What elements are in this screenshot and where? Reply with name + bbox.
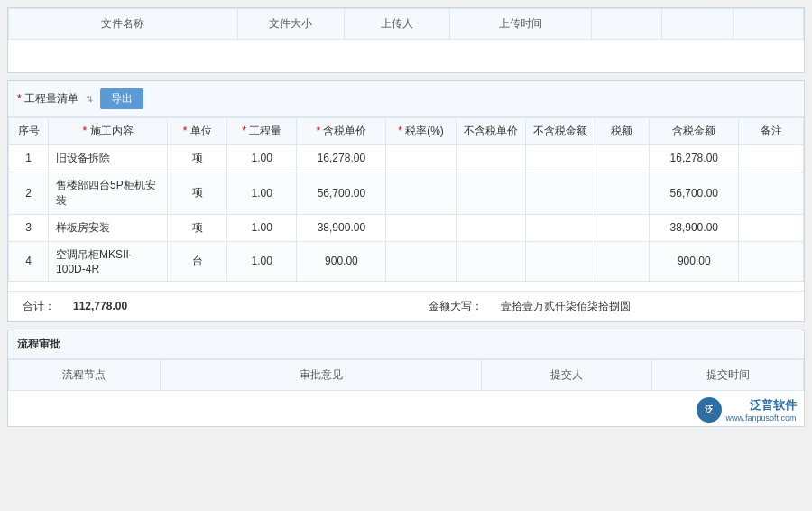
amount-value: 壹拾壹万贰仟柒佰柒拾捌圆 — [501, 299, 631, 314]
table-row: 4空调吊柜MKSII-100D-4R台1.00900.00900.00 — [9, 241, 804, 281]
engineering-section: * 工程量清单 ⇅ 导出 序号 施工内容 单位 工程量 含税单价 税率(%) 不… — [7, 80, 805, 322]
page-container: 文件名称 文件大小 上传人 上传时间 * 工程量清单 ⇅ — [0, 0, 812, 434]
col-content: 施工内容 — [49, 117, 168, 144]
engineering-header: * 工程量清单 ⇅ 导出 — [8, 81, 804, 117]
logo-name: 泛普软件 — [725, 397, 796, 413]
col-no-tax-amount: 不含税金额 — [525, 117, 595, 144]
process-title: 流程审批 — [8, 330, 804, 359]
logo: 泛 泛普软件 www.fanpusoft.com — [660, 397, 797, 423]
file-table: 文件名称 文件大小 上传人 上传时间 — [8, 8, 804, 72]
process-col-opinion: 审批意见 — [160, 359, 482, 390]
total-value: 112,778.00 — [73, 300, 127, 312]
process-col-submitter: 提交人 — [482, 359, 652, 390]
table-row: 3样板房安装项1.0038,900.0038,900.00 — [9, 214, 804, 241]
title-star: * — [17, 92, 24, 105]
col-unit: 单位 — [168, 117, 227, 144]
sort-icon: ⇅ — [86, 94, 93, 104]
engineering-table: 序号 施工内容 单位 工程量 含税单价 税率(%) 不含税单价 不含税金额 税额… — [8, 117, 804, 282]
file-col-extra2 — [662, 9, 733, 40]
file-section: 文件名称 文件大小 上传人 上传时间 — [7, 7, 805, 73]
total-label: 合计： — [23, 299, 55, 314]
process-col-time: 提交时间 — [652, 359, 804, 390]
col-remark: 备注 — [739, 117, 804, 144]
col-tax-amount: 含税金额 — [650, 117, 739, 144]
table-row: 2售楼部四台5P柜机安装项1.0056,700.0056,700.00 — [9, 172, 804, 214]
process-table: 流程节点 审批意见 提交人 提交时间 泛 泛普软件 — [8, 359, 804, 427]
col-tax-unit-price: 含税单价 — [297, 117, 386, 144]
file-col-name: 文件名称 — [9, 9, 238, 40]
process-col-node: 流程节点 — [9, 359, 161, 390]
process-section: 流程审批 流程节点 审批意见 提交人 提交时间 泛 — [7, 330, 805, 428]
file-col-time: 上传时间 — [450, 9, 592, 40]
file-col-extra3 — [733, 9, 803, 40]
export-button[interactable]: 导出 — [100, 88, 143, 109]
amount-label: 金额大写： — [429, 299, 483, 314]
file-col-extra1 — [591, 9, 661, 40]
col-quantity: 工程量 — [227, 117, 297, 144]
file-col-uploader: 上传人 — [344, 9, 450, 40]
col-no-tax-unit: 不含税单价 — [456, 117, 525, 144]
engineering-title: * 工程量清单 — [17, 91, 78, 107]
file-col-size: 文件大小 — [237, 9, 344, 40]
table-row: 1旧设备拆除项1.0016,278.0016,278.00 — [9, 144, 804, 172]
summary-row: 合计： 112,778.00 金额大写： 壹拾壹万贰仟柒佰柒拾捌圆 — [8, 291, 804, 321]
col-index: 序号 — [9, 117, 49, 144]
col-tax: 税额 — [595, 117, 650, 144]
title-text: 工程量清单 — [24, 92, 78, 105]
col-tax-rate: 税率(%) — [386, 117, 456, 144]
logo-icon: 泛 — [697, 397, 722, 423]
logo-url: www.fanpusoft.com — [725, 413, 796, 423]
